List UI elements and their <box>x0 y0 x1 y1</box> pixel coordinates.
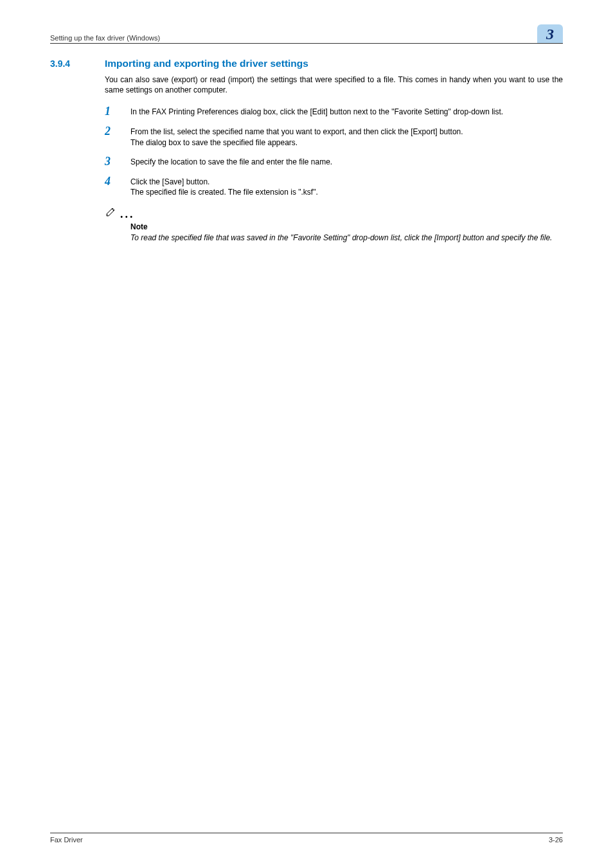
step-1: 1 In the FAX Printing Preferences dialog… <box>105 105 563 118</box>
chapter-bubble: 3 <box>537 24 563 43</box>
footer-left: Fax Driver <box>50 836 83 844</box>
page-footer: Fax Driver 3-26 <box>50 833 563 844</box>
section-number: 3.9.4 <box>50 58 105 69</box>
note-label: Note <box>130 222 563 231</box>
step-3: 3 Specify the location to save the file … <box>105 155 563 168</box>
step-text: Click the [Save] button. <box>130 177 563 187</box>
step-number: 4 <box>105 175 111 188</box>
content-area: You can also save (export) or read (impo… <box>105 75 563 243</box>
step-number: 2 <box>105 125 111 137</box>
note-body: To read the specified file that was save… <box>130 233 563 243</box>
page-header: Setting up the fax driver (Windows) 3 <box>50 24 563 44</box>
step-number: 3 <box>105 155 111 168</box>
footer-right: 3-26 <box>549 836 563 844</box>
pencil-icon <box>105 205 118 220</box>
step-text: Specify the location to save the file an… <box>130 157 563 167</box>
note-icon-row: ... <box>105 205 563 221</box>
step-2: 2 From the list, select the specified na… <box>105 125 563 147</box>
note-block: ... Note To read the specified file that… <box>105 205 563 243</box>
intro-paragraph: You can also save (export) or read (impo… <box>105 75 563 95</box>
step-text: From the list, select the specified name… <box>130 127 563 137</box>
breadcrumb: Setting up the fax driver (Windows) <box>50 34 160 42</box>
step-text: In the FAX Printing Preferences dialog b… <box>130 107 563 117</box>
step-number: 1 <box>105 105 111 118</box>
section-heading: 3.9.4 Importing and exporting the driver… <box>50 58 563 69</box>
step-followup: The specified file is created. The file … <box>130 187 563 197</box>
svg-line-1 <box>107 215 108 215</box>
ellipsis-icon: ... <box>120 208 135 221</box>
section-title: Importing and exporting the driver setti… <box>105 58 308 69</box>
step-followup: The dialog box to save the specified fil… <box>130 137 563 148</box>
chapter-number: 3 <box>546 26 554 42</box>
step-4: 4 Click the [Save] button. The specified… <box>105 175 563 197</box>
